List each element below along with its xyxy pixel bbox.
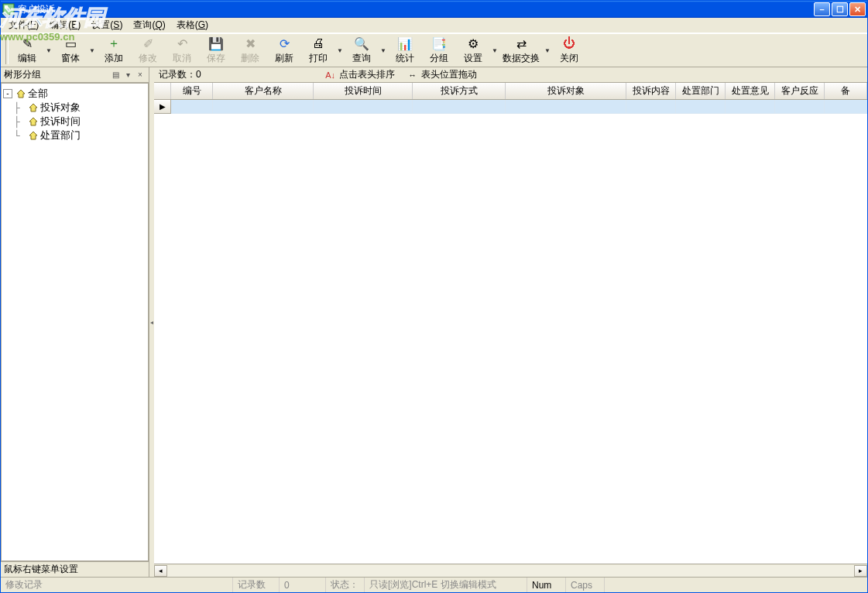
cell[interactable] xyxy=(825,100,867,114)
tb-stats[interactable]: 📊统计 xyxy=(388,35,422,66)
tb-close[interactable]: ⏻关闭 xyxy=(552,35,586,66)
tb-config-dropdown[interactable]: ▼ xyxy=(490,35,499,66)
status-numlock: Num xyxy=(527,578,566,592)
tb-add[interactable]: ＋添加 xyxy=(97,35,131,66)
tree-node-department[interactable]: └ 处置部门 xyxy=(3,129,146,142)
tree-node-all[interactable]: - 全部 xyxy=(3,87,146,101)
splitter-grip-icon: ◂ xyxy=(150,319,153,326)
col-id[interactable]: 编号 xyxy=(171,83,213,99)
sidebar-close-icon[interactable]: × xyxy=(135,70,146,81)
app-icon xyxy=(2,3,15,15)
cell[interactable] xyxy=(676,100,726,114)
col-complaint-target[interactable]: 投诉对象 xyxy=(506,83,626,99)
status-spacer xyxy=(605,578,867,592)
status-state-label: 状态： xyxy=(326,578,365,592)
cell[interactable] xyxy=(413,100,506,114)
tree-node-complaint-target[interactable]: ├ 投诉对象 xyxy=(3,101,146,115)
collapse-icon[interactable]: - xyxy=(3,89,12,98)
cell[interactable] xyxy=(775,100,825,114)
cell[interactable] xyxy=(726,100,775,114)
window-title: 客户投诉 xyxy=(18,3,814,16)
horizontal-scrollbar[interactable]: ◂ ▸ xyxy=(154,564,867,577)
statusbar: 修改记录 记录数 0 状态： 只读[浏览]Ctrl+E 切换编辑模式 Num C… xyxy=(1,577,867,592)
sidebar-header: 树形分组 ▤ ▾ × xyxy=(1,67,149,83)
tb-exchange[interactable]: ⇄数据交换 xyxy=(499,35,543,66)
svg-marker-5 xyxy=(29,132,37,139)
scroll-right-icon[interactable]: ▸ xyxy=(854,565,867,577)
menu-file[interactable]: 文件(F) xyxy=(4,18,43,33)
menu-query[interactable]: 查询(Q) xyxy=(129,18,170,33)
grid-body[interactable]: ▶ xyxy=(154,100,867,564)
toolbar-grip xyxy=(5,36,9,64)
svg-rect-1 xyxy=(5,5,8,9)
tb-query[interactable]: 🔍查询 xyxy=(345,35,379,66)
titlebar[interactable]: 客户投诉 – ☐ ✕ xyxy=(1,1,867,18)
col-customer-name[interactable]: 客户名称 xyxy=(213,83,314,99)
tree[interactable]: - 全部 ├ 投诉对象 ├ 投诉时间 └ 处置部门 xyxy=(1,83,149,561)
tb-print[interactable]: 🖨打印 xyxy=(301,35,335,66)
cell[interactable] xyxy=(213,100,314,114)
delete-icon: ✖ xyxy=(242,36,258,51)
sidebar-dropdown-icon[interactable]: ▾ xyxy=(122,70,133,81)
tb-cancel: ↶取消 xyxy=(165,35,199,66)
status-state-value: 只读[浏览]Ctrl+E 切换编辑模式 xyxy=(365,578,527,592)
sort-az-icon: A↓ xyxy=(325,70,336,81)
col-remark[interactable]: 备 xyxy=(825,83,867,99)
data-grid[interactable]: 编号 客户名称 投诉时间 投诉方式 投诉对象 投诉内容 处置部门 处置意见 客户… xyxy=(154,83,867,577)
tb-window-dropdown[interactable]: ▼ xyxy=(87,35,97,66)
svg-marker-2 xyxy=(17,90,25,98)
tb-exchange-dropdown[interactable]: ▼ xyxy=(543,35,552,66)
tb-query-dropdown[interactable]: ▼ xyxy=(379,35,388,66)
svg-marker-3 xyxy=(29,104,37,111)
col-complaint-method[interactable]: 投诉方式 xyxy=(413,83,506,99)
col-rowhead[interactable] xyxy=(154,83,171,99)
tb-delete: ✖删除 xyxy=(233,35,267,66)
menubar: 文件(F) 编辑(E) 设置(S) 查询(Q) 表格(G) xyxy=(1,18,867,33)
menu-edit[interactable]: 编辑(E) xyxy=(45,18,85,33)
tb-save: 💾保存 xyxy=(199,35,233,66)
tb-config[interactable]: ⚙设置 xyxy=(456,35,490,66)
hint-sort: A↓ 点击表头排序 xyxy=(325,68,395,81)
home-icon xyxy=(28,116,39,127)
exchange-icon: ⇄ xyxy=(513,36,529,51)
tb-group[interactable]: 📑分组 xyxy=(422,35,456,66)
tb-refresh[interactable]: ⟳刷新 xyxy=(267,35,301,66)
tb-modify: ✐修改 xyxy=(131,35,165,66)
home-icon xyxy=(28,130,39,141)
tb-print-dropdown[interactable]: ▼ xyxy=(335,35,345,66)
tb-edit-dropdown[interactable]: ▼ xyxy=(44,35,53,66)
col-opinion[interactable]: 处置意见 xyxy=(726,83,775,99)
status-mode: 修改记录 xyxy=(1,578,233,592)
col-complaint-content[interactable]: 投诉内容 xyxy=(626,83,676,99)
row-indicator-icon[interactable]: ▶ xyxy=(154,100,171,114)
col-feedback[interactable]: 客户反应 xyxy=(775,83,825,99)
gear-icon: ⚙ xyxy=(465,36,481,51)
col-complaint-time[interactable]: 投诉时间 xyxy=(314,83,413,99)
menu-grid[interactable]: 表格(G) xyxy=(172,18,213,33)
sidebar-title: 树形分组 xyxy=(4,68,41,81)
tree-node-complaint-time[interactable]: ├ 投诉时间 xyxy=(3,115,146,129)
cell[interactable] xyxy=(506,100,626,114)
svg-marker-4 xyxy=(29,118,37,125)
scroll-track[interactable] xyxy=(167,565,854,577)
cell[interactable] xyxy=(314,100,413,114)
sidebar-footer[interactable]: 鼠标右键菜单设置 xyxy=(1,561,149,577)
cell[interactable] xyxy=(626,100,676,114)
window-icon: ▭ xyxy=(63,36,78,51)
menu-setting[interactable]: 设置(S) xyxy=(87,18,127,33)
maximize-button[interactable]: ☐ xyxy=(832,2,848,16)
scroll-left-icon[interactable]: ◂ xyxy=(154,565,167,577)
edit-icon: ✐ xyxy=(140,36,156,51)
sidebar: 树形分组 ▤ ▾ × - 全部 ├ 投诉对象 ├ xyxy=(1,67,149,577)
grid-row[interactable]: ▶ xyxy=(154,100,867,114)
sidebar-columns-icon[interactable]: ▤ xyxy=(110,70,121,81)
tb-window[interactable]: ▭窗体 xyxy=(53,35,87,66)
tb-edit[interactable]: ✎编辑 xyxy=(10,35,44,66)
power-icon: ⏻ xyxy=(561,36,577,51)
close-window-button[interactable]: ✕ xyxy=(849,2,866,16)
main: 记录数：0 A↓ 点击表头排序 ↔ 表头位置拖动 编号 客户名称 投诉时间 投诉… xyxy=(154,67,867,577)
minimize-button[interactable]: – xyxy=(814,2,830,16)
cell[interactable] xyxy=(171,100,213,114)
grid-header[interactable]: 编号 客户名称 投诉时间 投诉方式 投诉对象 投诉内容 处置部门 处置意见 客户… xyxy=(154,83,867,100)
col-department[interactable]: 处置部门 xyxy=(676,83,726,99)
